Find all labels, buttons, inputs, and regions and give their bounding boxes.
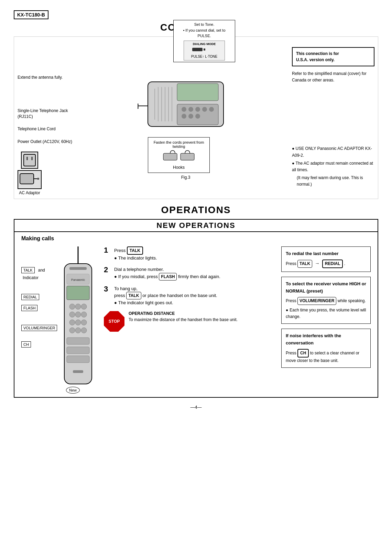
tip-noise: If noise interferes with the conversatio…	[281, 329, 371, 368]
svg-point-18	[188, 107, 193, 112]
svg-rect-26	[138, 104, 138, 109]
svg-rect-0	[24, 154, 35, 166]
ac-adaptor-icon	[18, 170, 42, 189]
indicator-label: Indicator	[23, 275, 59, 280]
svg-point-40	[81, 312, 87, 317]
hl-flash: FLASH	[21, 305, 59, 311]
svg-point-37	[81, 304, 87, 309]
dialing-mode-box: DIALING MODE PULSE↑ L·TONE	[184, 41, 225, 61]
svg-rect-2	[31, 157, 33, 160]
single-line-jack-label: Single-Line Telephone Jack (RJ11C)	[18, 108, 79, 120]
svg-point-23	[202, 107, 207, 112]
svg-point-45	[75, 328, 81, 333]
svg-point-43	[81, 320, 87, 325]
svg-point-39	[75, 312, 81, 317]
svg-point-21	[188, 114, 193, 119]
handset-area: TALK and Indicator REDIAL FLASH VOLUME/R…	[21, 246, 97, 394]
tip-volume: To select the receiver volume HIGH or NO…	[281, 277, 371, 324]
svg-point-38	[69, 312, 75, 317]
model-label: KX-TC180-B	[14, 10, 48, 19]
left-labels: Extend the antenna fully. Single-Line Te…	[18, 40, 79, 195]
bullet-2: The AC adaptor must remain connected at …	[292, 160, 374, 173]
svg-rect-28	[181, 153, 194, 160]
svg-rect-6	[192, 48, 203, 51]
hooks-box: Fasten the cords prevent from twisting H…	[148, 137, 210, 173]
hl-redial: REDIAL	[21, 294, 59, 300]
step-2: 2 Dial a telephone number. If you misdia…	[104, 266, 274, 280]
svg-rect-31	[69, 267, 87, 270]
svg-point-44	[69, 328, 75, 333]
new-operations-inner: Making calls TALK and Indicator REDIAL	[14, 232, 378, 397]
power-outlet-icon	[21, 152, 38, 169]
base-unit-svg	[138, 78, 234, 133]
redial-btn: REDIAL	[322, 260, 343, 268]
talk-btn-redial: TALK	[297, 260, 312, 268]
tone-label: Set to Tone. • If you cannot dial, set t…	[173, 20, 235, 62]
making-calls-title: Making calls	[21, 235, 371, 242]
operating-distance-section: STOP OPERATING DISTANCE To maximize the …	[104, 311, 274, 332]
ch-btn-tip: CH	[297, 349, 309, 358]
handset-device-svg: Pana𝐭onic	[59, 246, 97, 391]
svg-text:Pana𝐭onic: Pana𝐭onic	[71, 278, 85, 282]
bullet-list: USE ONLY Panasonic AC ADAPTOR KX-A09-2. …	[292, 145, 374, 188]
svg-point-36	[75, 304, 81, 309]
steps-area: 1 Press TALK The indicator lights. 2 Dia…	[104, 246, 274, 394]
svg-point-42	[75, 320, 81, 325]
connection-info-text: Refer to the simplified manual (cover) f…	[292, 70, 374, 84]
tip-redial: To redial the last number Press TALK → R…	[281, 246, 371, 272]
svg-rect-1	[26, 157, 28, 160]
ops-content: TALK and Indicator REDIAL FLASH VOLUME/R…	[21, 246, 371, 394]
svg-rect-47	[67, 338, 89, 344]
operations-title: OPERATIONS	[14, 205, 378, 216]
volume-btn-tip: VOLUME/RINGER	[297, 297, 336, 305]
page-number: —4—	[14, 405, 378, 410]
right-info: This connection is for U.S.A. version on…	[292, 40, 374, 188]
power-outlet-label: Power Outlet (AC120V, 60Hz)	[18, 139, 79, 145]
step-1: 1 Press TALK The indicator lights.	[104, 246, 274, 262]
svg-point-20	[182, 114, 186, 119]
bullet-1: USE ONLY Panasonic AC ADAPTOR KX-A09-2.	[292, 145, 374, 158]
new-operations-header: NEW OPERATIONS	[14, 220, 378, 232]
talk-btn-3: TALK	[126, 292, 141, 299]
center-device: ↑ Set to Tone. • If you cannot dial, set…	[79, 40, 292, 180]
step-3: 3 To hang up, press TALK or place the ha…	[104, 285, 274, 306]
bullet-3: (It may feel warm during use. This is no…	[297, 175, 374, 188]
svg-point-17	[182, 107, 186, 112]
svg-point-22	[195, 114, 200, 119]
svg-rect-15	[177, 84, 218, 101]
svg-rect-7	[204, 48, 205, 51]
svg-point-24	[209, 107, 214, 112]
talk-btn-1: TALK	[127, 246, 143, 255]
svg-point-19	[195, 107, 200, 112]
connection-diagram: Extend the antenna fully. Single-Line Te…	[18, 40, 374, 195]
flash-btn-step2: FLASH	[159, 273, 177, 280]
svg-point-35	[69, 304, 75, 309]
telephone-cord-label: Telephone Line Cord	[18, 126, 79, 132]
hooks-illustration-svg	[162, 150, 196, 164]
svg-rect-3	[20, 174, 34, 184]
svg-rect-49	[67, 356, 89, 363]
operations-section: NEW OPERATIONS Making calls TALK and Ind…	[14, 219, 378, 398]
handset-svg-wrapper: Pana𝐭onic	[59, 246, 97, 394]
hl-talk: TALK and	[21, 267, 59, 273]
connection-info-box: This connection is for U.S.A. version on…	[292, 47, 374, 66]
handset-button-labels: TALK and Indicator REDIAL FLASH VOLUME/R…	[21, 267, 59, 352]
svg-point-5	[37, 178, 39, 180]
connection-section: Extend the antenna fully. Single-Line Te…	[14, 36, 378, 199]
hl-ch: CH	[21, 341, 59, 348]
svg-point-41	[69, 320, 75, 325]
fig-label: Fig.3	[138, 175, 234, 180]
svg-rect-27	[163, 153, 177, 160]
tips-area: To redial the last number Press TALK → R…	[281, 246, 371, 394]
ac-adaptor-area: AC Adaptor	[18, 152, 79, 195]
ac-adaptor-label: AC Adaptor	[19, 190, 40, 195]
stop-sign-icon: STOP	[104, 311, 124, 332]
svg-rect-50	[73, 370, 83, 373]
svg-point-46	[81, 328, 87, 333]
svg-rect-34	[67, 286, 89, 300]
hl-volume: VOLUME/RINGER	[21, 325, 59, 331]
page: KX-TC180-B CONNECTION Extend the antenna…	[0, 0, 392, 550]
operating-distance-text: OPERATING DISTANCE To maximize the dista…	[129, 311, 238, 322]
antenna-label: Extend the antenna fully.	[18, 75, 79, 80]
svg-rect-48	[67, 347, 89, 354]
